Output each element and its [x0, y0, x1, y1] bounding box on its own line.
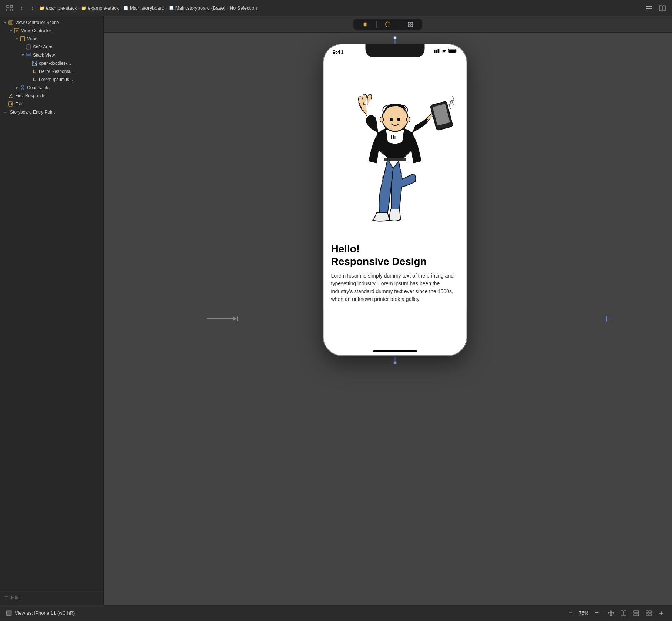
breadcrumb-sep-3: ›	[166, 6, 167, 10]
tree-item-label-hello[interactable]: ▶ L Hello! Responsi...	[0, 67, 103, 75]
svg-point-23	[10, 94, 12, 96]
svg-rect-14	[26, 45, 31, 49]
canvas-toolbar	[104, 16, 672, 33]
scene-icon	[8, 20, 14, 26]
tree-item-exit[interactable]: ▶ Exit	[0, 100, 103, 108]
arrow-tick	[237, 316, 238, 321]
storyboard-base-icon: 📃	[169, 6, 174, 11]
shield-button[interactable]	[383, 20, 392, 29]
first-responder-icon	[8, 93, 14, 99]
status-icons	[434, 49, 458, 53]
stop-button[interactable]	[361, 20, 370, 29]
canvas-content: ⊣	[104, 33, 672, 605]
grid-button[interactable]	[406, 20, 415, 29]
top-bar-right	[644, 3, 668, 13]
constraints-icon	[20, 85, 26, 91]
arrow-icon-2: ▼	[9, 28, 13, 33]
tree-item-first-responder[interactable]: ▶ First Responder	[0, 92, 103, 100]
top-bar: ‹ › 📁 example-stack › 📁 example-stack › …	[0, 0, 672, 16]
svg-rect-49	[7, 612, 10, 615]
phone-notch	[366, 44, 425, 57]
svg-rect-0	[7, 5, 9, 7]
layout-toggle-button[interactable]	[657, 3, 668, 13]
zoom-out-button[interactable]: −	[569, 609, 573, 617]
svg-rect-6	[646, 10, 652, 10]
image-view-icon	[31, 60, 37, 66]
tree-item-label-lorem[interactable]: ▶ L Lorem Ipsum is...	[0, 75, 103, 84]
breadcrumb-item-5[interactable]: No Selection	[230, 5, 257, 11]
sidebar-footer	[0, 590, 103, 605]
svg-rect-24	[9, 102, 12, 106]
svg-rect-10	[9, 21, 12, 24]
svg-rect-32	[436, 50, 437, 53]
bottom-tool-1[interactable]	[606, 608, 616, 618]
svg-point-43	[380, 117, 384, 122]
bottom-bar: View as: iPhone 11 (wC hR) − 75% +	[0, 605, 672, 621]
breadcrumb-sep-4: ›	[227, 6, 228, 10]
svg-rect-17	[26, 57, 31, 57]
arrow-icon-12: →	[3, 110, 7, 114]
constraint-center-mark	[395, 362, 396, 364]
breadcrumb-item-3[interactable]: 📄 Main.storyboard	[123, 5, 164, 11]
grid-icon-button[interactable]	[4, 3, 15, 13]
svg-rect-47	[384, 158, 406, 161]
svg-rect-7	[659, 6, 662, 11]
tree-item-constraints[interactable]: ▶ Constraints	[0, 84, 103, 92]
svg-rect-26	[364, 23, 366, 26]
svg-rect-50	[608, 612, 614, 614]
character-svg: Hi	[336, 65, 454, 235]
storyboard-entry-arrow	[207, 316, 238, 321]
breadcrumb-sep-1: ›	[78, 6, 80, 10]
svg-point-44	[407, 117, 410, 122]
phone-container: 9:41	[323, 44, 467, 356]
bottom-tool-3[interactable]	[631, 608, 641, 618]
zoom-controls: − 75% +	[569, 609, 599, 617]
bottom-tool-5[interactable]	[656, 608, 666, 618]
inspector-toggle-button[interactable]	[644, 3, 654, 13]
svg-rect-1	[10, 5, 13, 7]
tree-item-view-controller-scene[interactable]: ▼ View Controller Scene	[0, 19, 103, 27]
nav-back-button[interactable]: ‹	[17, 4, 26, 13]
svg-rect-31	[434, 50, 436, 53]
arrow-icon-6: ▶	[27, 61, 31, 66]
canvas-area: ⊣	[104, 16, 672, 605]
folder-icon-1: 📁	[39, 6, 44, 11]
tree-label-vc: View Controller	[21, 28, 51, 33]
arrow-icon-7: ▶	[27, 69, 31, 74]
breadcrumb-item-4[interactable]: 📃 Main.storyboard (Base)	[169, 5, 225, 11]
tree-label-stack: Stack View	[33, 53, 55, 58]
sidebar: ▼ View Controller Scene ▼ View Controlle…	[0, 16, 104, 605]
svg-point-35	[444, 53, 445, 53]
arrow-icon-3: ▼	[15, 37, 19, 41]
tree-item-view-controller[interactable]: ▼ View Controller	[0, 27, 103, 35]
svg-rect-33	[438, 49, 439, 53]
filter-input[interactable]	[11, 595, 100, 600]
bottom-tool-2[interactable]	[619, 608, 628, 618]
zoom-in-button[interactable]: +	[595, 609, 599, 617]
safe-area-icon	[26, 44, 31, 50]
tree-label-responder: First Responder	[15, 93, 47, 98]
tree-item-view[interactable]: ▼ View	[0, 35, 103, 43]
arrow-icon-11: ▶	[3, 102, 7, 106]
tree-label-image: open-doodles-...	[39, 61, 71, 66]
view-icon	[20, 36, 26, 42]
tree-label-safe-area: Safe Area	[33, 44, 53, 50]
bottom-tool-4[interactable]	[644, 608, 653, 618]
arrow-head	[233, 316, 237, 321]
main-area: ▼ View Controller Scene ▼ View Controlle…	[0, 16, 672, 605]
svg-text:Hi: Hi	[391, 134, 396, 140]
top-bar-left: ‹ › 📁 example-stack › 📁 example-stack › …	[4, 3, 257, 13]
phone-heading: Hello! Responsive Design	[331, 243, 459, 268]
nav-forward-button[interactable]: ›	[28, 4, 37, 13]
breadcrumb-item-2[interactable]: 📁 example-stack	[81, 5, 119, 11]
tree-item-entry-point[interactable]: → Storyboard Entry Point	[0, 108, 103, 116]
tree-item-safe-area[interactable]: ▶ Safe Area	[0, 43, 103, 51]
svg-rect-27	[408, 22, 410, 24]
svg-rect-16	[26, 55, 31, 56]
svg-rect-34	[439, 49, 440, 53]
tree-item-image-view[interactable]: ▶ open-doodles-...	[0, 59, 103, 67]
arrow-line	[207, 318, 233, 319]
breadcrumb-item-1[interactable]: 📁 example-stack	[39, 5, 77, 11]
tree-item-stack-view[interactable]: ▼ Stack View	[0, 51, 103, 59]
view-as-button[interactable]: View as: iPhone 11 (wC hR)	[15, 610, 75, 616]
